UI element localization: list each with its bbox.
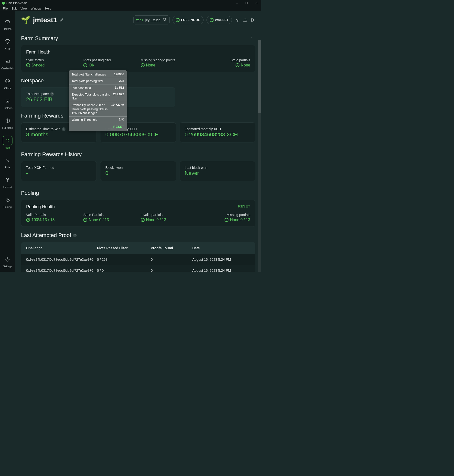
plots-icon: [5, 158, 10, 163]
activity-icon[interactable]: [235, 18, 240, 22]
sidebar-label: Full Node: [2, 127, 13, 129]
help-icon[interactable]: ?: [62, 127, 65, 131]
svg-point-8: [8, 161, 9, 162]
sidebar-item-pooling[interactable]: Pooling: [2, 194, 13, 209]
tip-value: 126936: [114, 73, 124, 76]
monthly-label: Estimated monthly XCH: [185, 127, 250, 131]
check-icon: ✓: [210, 18, 214, 22]
blocks-won-card: Blocks won 0: [100, 161, 176, 181]
cell-challenge: 0x9ea94b0317f0d78edcf6db2df727e2ae9768..…: [26, 269, 97, 272]
harvest-icon: [5, 177, 10, 183]
sidebar-item-full-node[interactable]: Full Node: [1, 115, 14, 130]
maximize-button[interactable]: ☐: [242, 0, 251, 6]
close-button[interactable]: ✕: [251, 0, 261, 6]
sidebar-label: Settings: [3, 265, 12, 268]
tip-value: 247.922: [113, 93, 124, 96]
sidebar: Tokens NFTs Credentials Offers Contacts …: [0, 11, 15, 272]
svg-point-9: [6, 198, 8, 200]
check-icon: ✓: [141, 218, 145, 222]
sidebar-label: Plots: [5, 166, 10, 169]
full-node-status[interactable]: ✓ FULL NODE: [173, 16, 204, 24]
logout-icon[interactable]: [250, 18, 255, 22]
tip-label: Plot pass ratio: [72, 86, 113, 90]
tip-value: 1 %: [119, 118, 124, 121]
tooltip-reset-button[interactable]: RESET: [69, 123, 127, 129]
sidebar-item-settings[interactable]: Settings: [2, 253, 13, 269]
svg-point-11: [7, 259, 8, 260]
edit-name-button[interactable]: [60, 17, 64, 23]
sidebar-item-credentials[interactable]: Credentials: [0, 55, 15, 71]
daily-value: 0.008707568009 XCH: [105, 131, 171, 138]
sidebar-item-nfts[interactable]: NFTs: [2, 36, 13, 51]
minimize-button[interactable]: ─: [232, 0, 242, 6]
section-title-rewards: Farming Rewards: [21, 113, 255, 119]
sidebar-item-harvest[interactable]: Harvest: [2, 174, 13, 190]
check-icon: ✓: [83, 63, 87, 67]
tip-label: Total plot filter challenges: [72, 73, 112, 76]
help-icon[interactable]: ?: [73, 234, 77, 237]
table-row: 0x9ea94b0317f0d78edcf6db2df727e2ae9768..…: [21, 254, 255, 265]
sidebar-item-plots[interactable]: Plots: [2, 154, 13, 170]
metric-label: Missing partials: [198, 213, 250, 217]
section-title-history: Farming Rewards History: [21, 151, 255, 158]
metric-label: Missing signage points: [141, 58, 193, 62]
cube-icon: [5, 118, 10, 123]
sidebar-label: Pooling: [3, 206, 11, 208]
table-row: 0x9ea94b0317f0d78edcf6db2df727e2ae9768..…: [21, 265, 255, 272]
last-block-label: Last block won: [185, 166, 250, 170]
metric-value: None: [241, 63, 250, 67]
scrollbar-thumb[interactable]: [258, 40, 261, 113]
main-content: 🌱 jmtest1 xch1jcyj...x0de ✓ FULL NODE ✓ …: [15, 11, 261, 272]
sidebar-item-offers[interactable]: Offers: [2, 75, 13, 91]
bell-icon[interactable]: [243, 18, 248, 22]
th-plots: Plots Passed Filter: [97, 246, 151, 250]
cell-proofs: 0: [151, 258, 192, 261]
cell-plots: 0 / 258: [97, 258, 151, 261]
more-menu-button[interactable]: ⋮: [247, 34, 255, 41]
section-title-last-proof: Last Attempted Proof ?: [21, 232, 255, 238]
pooling-icon: [5, 197, 10, 203]
sidebar-item-tokens[interactable]: Tokens: [2, 16, 13, 31]
sidebar-item-farm[interactable]: Farm: [2, 135, 13, 150]
pooling-reset-button[interactable]: RESET: [238, 204, 250, 208]
tip-label: Expected Total plots passing filter: [72, 93, 111, 101]
monthly-xch-card: Estimated monthly XCH 0.269934608283 XCH: [180, 122, 255, 142]
cell-challenge: 0x9ea94b0317f0d78edcf6db2df727e2ae9768..…: [26, 258, 97, 261]
svg-point-3: [6, 61, 7, 62]
last-block-value: Never: [185, 170, 250, 176]
blocks-value: 0: [105, 170, 171, 176]
cell-date: August 15, 2023 5:24 PM: [192, 269, 250, 272]
plots-filter-tooltip: Total plot filter challenges126936 Total…: [69, 70, 127, 131]
menu-file[interactable]: File: [1, 7, 10, 10]
menu-help[interactable]: Help: [43, 7, 53, 10]
last-block-card: Last block won Never: [180, 161, 255, 181]
section-title-pooling: Pooling: [21, 190, 255, 196]
sidebar-label: Offers: [4, 87, 11, 90]
metric-label: Stale Partials: [83, 213, 136, 217]
farm-icon: [5, 138, 10, 143]
menu-view[interactable]: View: [19, 7, 29, 10]
check-icon: ✓: [225, 218, 228, 222]
metric-value: Synced: [32, 63, 44, 67]
tokens-icon: [5, 19, 10, 24]
sidebar-label: Contacts: [3, 107, 12, 109]
metric-label: Valid Partials: [26, 213, 78, 217]
section-title-netspace: Netspace: [21, 77, 255, 84]
titlebar: Chia Blockchain ─ ☐ ✕: [0, 0, 261, 6]
gear-icon: [5, 257, 10, 262]
sidebar-item-contacts[interactable]: Contacts: [2, 95, 13, 110]
menubar: File Edit View Window Help: [0, 6, 261, 11]
help-icon[interactable]: ?: [50, 92, 54, 96]
etw-value: 8 months: [26, 131, 92, 138]
tip-label: Warning Threshold: [72, 118, 117, 122]
section-title-farm-summary: Farm Summary: [21, 35, 247, 42]
metric-value: None 0 / 13: [146, 218, 166, 222]
refresh-icon[interactable]: [162, 17, 167, 22]
metric-value: None 0 / 13: [89, 218, 109, 222]
wallet-status[interactable]: ✓ WALLET: [206, 16, 232, 24]
tip-label: Probability where 228 or fewer plots pas…: [72, 103, 109, 115]
menu-edit[interactable]: Edit: [10, 7, 19, 10]
menu-window[interactable]: Window: [29, 7, 43, 10]
address-box[interactable]: xch1jcyj...x0de: [133, 15, 170, 24]
tip-value: 1 / 512: [115, 86, 124, 89]
